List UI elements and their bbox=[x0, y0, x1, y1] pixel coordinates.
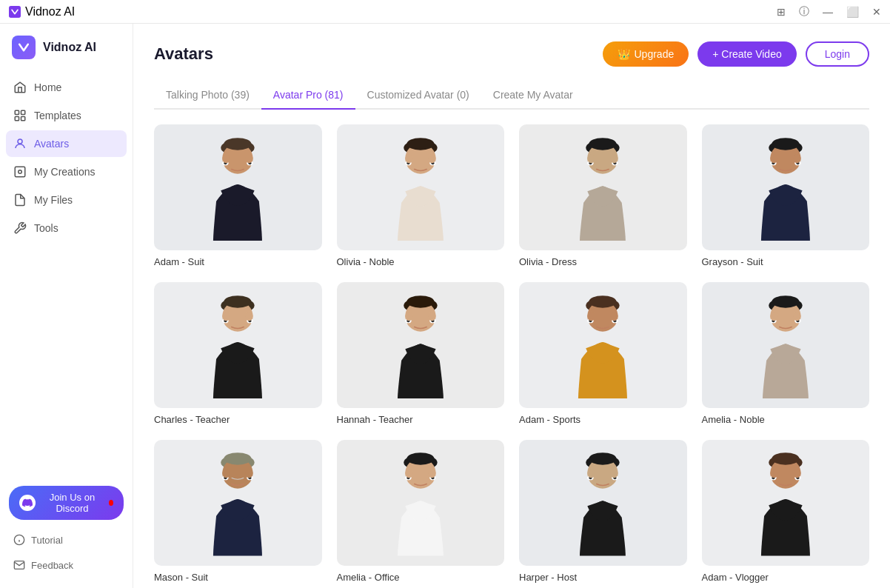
svg-point-101 bbox=[589, 453, 617, 466]
avatar-figure bbox=[723, 134, 849, 241]
main-content: Avatars 👑 Upgrade + Create Video Login T… bbox=[133, 24, 890, 588]
avatar-label: Adam - Vlogger bbox=[702, 572, 870, 583]
avatar-card-amelia-office[interactable]: Amelia - Office bbox=[337, 440, 505, 583]
sidebar-item-home[interactable]: Home bbox=[6, 74, 127, 101]
svg-point-52 bbox=[223, 311, 230, 320]
avatar-image bbox=[337, 440, 505, 566]
avatar-card-adam-vlogger[interactable]: Adam - Vlogger bbox=[702, 440, 870, 583]
svg-point-17 bbox=[246, 154, 253, 163]
discord-button[interactable]: Join Us on Discord bbox=[9, 486, 124, 520]
tab-customized-avatar[interactable]: Customized Avatar (0) bbox=[355, 81, 481, 110]
svg-point-92 bbox=[406, 453, 434, 466]
sidebar-item-avatars-label: Avatars bbox=[34, 138, 69, 150]
svg-rect-0 bbox=[9, 6, 21, 18]
feedback-icon bbox=[13, 559, 25, 571]
avatar-label: Amelia - Office bbox=[337, 572, 505, 583]
svg-point-88 bbox=[223, 469, 230, 478]
page-title: Avatars bbox=[154, 44, 213, 64]
svg-point-7 bbox=[19, 170, 22, 174]
svg-point-71 bbox=[611, 311, 618, 320]
svg-point-116 bbox=[793, 469, 800, 478]
sidebar-item-my-creations-label: My Creations bbox=[34, 166, 95, 178]
avatar-image bbox=[702, 440, 870, 566]
header-actions: 👑 Upgrade + Create Video Login bbox=[603, 41, 870, 67]
avatar-card-mason-suit[interactable]: Mason - Suit bbox=[154, 440, 322, 583]
discord-icon bbox=[19, 495, 36, 511]
upgrade-button[interactable]: 👑 Upgrade bbox=[603, 41, 689, 67]
avatar-label: Hannah - Teacher bbox=[337, 414, 505, 425]
tutorial-icon bbox=[13, 534, 25, 546]
avatar-label: Adam - Suit bbox=[154, 256, 322, 267]
avatar-card-harper-host[interactable]: Harper - Host bbox=[519, 440, 687, 583]
tutorial-link[interactable]: Tutorial bbox=[6, 529, 127, 551]
avatar-figure bbox=[175, 292, 301, 398]
svg-point-62 bbox=[428, 311, 435, 320]
app-body: Vidnoz AI Home Templates bbox=[0, 24, 890, 588]
avatar-card-charles-teacher[interactable]: Charles - Teacher bbox=[154, 282, 322, 425]
login-button[interactable]: Login bbox=[806, 41, 869, 67]
minimize-btn[interactable]: — bbox=[823, 6, 833, 18]
avatar-figure bbox=[723, 449, 849, 555]
feedback-label: Feedback bbox=[31, 560, 73, 571]
templates-icon bbox=[13, 109, 27, 122]
avatar-image bbox=[519, 440, 687, 566]
avatar-label: Mason - Suit bbox=[154, 572, 322, 583]
avatar-card-olivia-dress[interactable]: Olivia - Dress bbox=[519, 124, 687, 267]
sidebar-item-my-creations[interactable]: My Creations bbox=[6, 158, 127, 185]
svg-point-83 bbox=[224, 453, 252, 466]
avatar-card-amelia-noble[interactable]: Amelia - Noble bbox=[702, 282, 870, 425]
svg-point-56 bbox=[406, 295, 434, 308]
sidebar-item-templates-label: Templates bbox=[34, 110, 81, 121]
svg-point-26 bbox=[428, 154, 435, 163]
home-window-btn[interactable]: ⊞ bbox=[777, 6, 786, 18]
avatar-card-olivia-noble[interactable]: Olivia - Noble bbox=[337, 124, 505, 267]
avatar-card-grayson-suit[interactable]: Grayson - Suit bbox=[702, 124, 870, 267]
creations-icon bbox=[13, 165, 27, 178]
svg-point-115 bbox=[770, 469, 777, 478]
discord-label: Join Us on Discord bbox=[41, 492, 103, 514]
tab-talking-photo[interactable]: Talking Photo (39) bbox=[154, 81, 261, 110]
svg-point-97 bbox=[405, 469, 412, 478]
info-window-btn[interactable]: ⓘ bbox=[799, 5, 809, 19]
sidebar-item-home-label: Home bbox=[34, 81, 61, 93]
avatar-label: Olivia - Noble bbox=[337, 256, 505, 267]
avatar-figure bbox=[358, 449, 484, 555]
sidebar-item-my-files-label: My Files bbox=[34, 194, 73, 206]
svg-point-16 bbox=[223, 154, 230, 163]
avatar-label: Amelia - Noble bbox=[702, 414, 870, 425]
avatar-figure bbox=[358, 134, 484, 241]
maximize-btn[interactable]: ⬜ bbox=[846, 6, 859, 18]
svg-point-34 bbox=[588, 154, 595, 163]
sidebar-item-my-files[interactable]: My Files bbox=[6, 187, 127, 213]
svg-point-5 bbox=[18, 139, 22, 144]
avatar-label: Olivia - Dress bbox=[519, 256, 687, 267]
sidebar-item-templates[interactable]: Templates bbox=[6, 102, 127, 129]
avatar-image bbox=[702, 282, 870, 408]
svg-point-43 bbox=[770, 154, 777, 163]
close-btn[interactable]: ✕ bbox=[872, 6, 881, 18]
sidebar-item-tools[interactable]: Tools bbox=[6, 215, 127, 241]
svg-rect-1 bbox=[15, 110, 19, 114]
avatar-card-adam-sports[interactable]: Adam - Sports bbox=[519, 282, 687, 425]
upgrade-label: Upgrade bbox=[635, 48, 675, 60]
tab-create-my-avatar[interactable]: Create My Avatar bbox=[481, 81, 585, 110]
sidebar-item-avatars[interactable]: Avatars bbox=[6, 130, 127, 157]
svg-point-110 bbox=[772, 453, 799, 466]
vidnoz-icon bbox=[9, 6, 21, 18]
svg-point-80 bbox=[793, 311, 800, 320]
svg-point-106 bbox=[588, 469, 595, 478]
titlebar-app-name: Vidnoz AI bbox=[25, 5, 75, 19]
avatar-figure bbox=[540, 292, 666, 398]
avatar-figure bbox=[175, 134, 301, 241]
tab-avatar-pro[interactable]: Avatar Pro (81) bbox=[261, 81, 355, 110]
avatar-figure bbox=[540, 134, 666, 241]
feedback-link[interactable]: Feedback bbox=[6, 554, 127, 576]
svg-point-53 bbox=[246, 311, 253, 320]
create-video-button[interactable]: + Create Video bbox=[697, 41, 797, 67]
home-icon bbox=[13, 81, 27, 94]
avatar-card-hannah-teacher[interactable]: Hannah - Teacher bbox=[337, 282, 505, 425]
sidebar-nav: Home Templates Avatars bbox=[0, 74, 133, 480]
avatar-card-adam-suit[interactable]: Adam - Suit bbox=[154, 124, 322, 267]
window-controls: ⊞ ⓘ — ⬜ ✕ bbox=[777, 5, 881, 19]
svg-point-79 bbox=[770, 311, 777, 320]
